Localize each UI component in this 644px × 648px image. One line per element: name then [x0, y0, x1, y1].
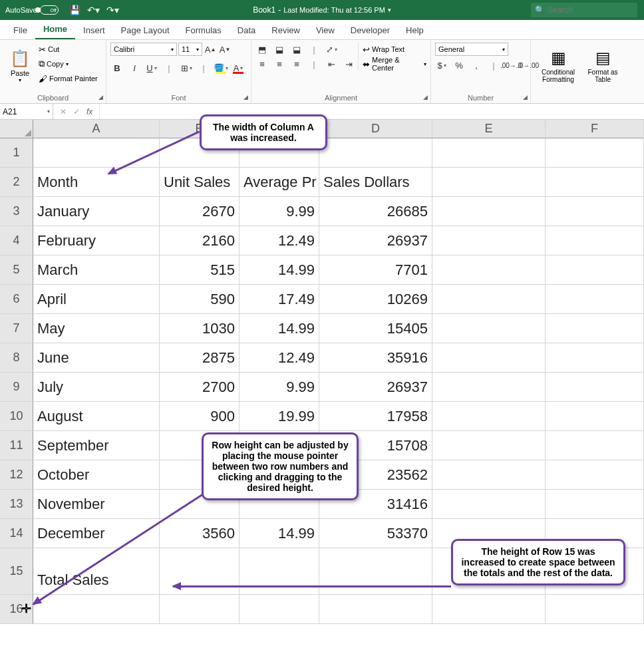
tab-data[interactable]: Data — [230, 21, 263, 39]
cut-button[interactable]: ✂Cut — [39, 43, 98, 56]
comma-format-button[interactable]: , — [470, 59, 483, 72]
font-dialog-launcher[interactable]: ◢ — [243, 94, 248, 100]
cell-B16[interactable] — [160, 595, 240, 624]
decrease-font-button[interactable]: A▼ — [218, 43, 232, 56]
copy-button[interactable]: ⧉Copy▾ — [39, 57, 98, 71]
cell-A4[interactable]: February — [33, 226, 160, 255]
tab-developer[interactable]: Developer — [343, 21, 398, 39]
cell-D6[interactable]: 10269 — [319, 285, 432, 314]
cell-B3[interactable]: 2670 — [160, 197, 240, 226]
orientation-button[interactable]: ⤢ — [325, 43, 338, 56]
cell-A11[interactable]: September — [33, 431, 160, 460]
fx-icon[interactable]: fx — [86, 107, 92, 116]
cell-E5[interactable] — [432, 255, 546, 285]
tab-page-layout[interactable]: Page Layout — [113, 21, 178, 39]
cell-C5[interactable]: 14.99 — [240, 255, 319, 285]
row-header-6[interactable]: 6 — [0, 285, 33, 314]
cell-D10[interactable]: 17958 — [319, 402, 432, 431]
column-header-A[interactable]: A — [33, 120, 160, 138]
cell-C6[interactable]: 17.49 — [240, 285, 319, 314]
cell-D7[interactable]: 15405 — [319, 314, 432, 343]
cell-D15[interactable] — [319, 548, 432, 595]
accounting-format-button[interactable]: $ — [435, 59, 448, 72]
row-header-12[interactable]: 12 — [0, 460, 33, 490]
align-bottom-button[interactable]: ⬓ — [290, 43, 303, 56]
font-size-combo[interactable]: 11▾ — [178, 43, 202, 56]
column-header-E[interactable]: E — [432, 120, 546, 138]
align-top-button[interactable]: ⬒ — [255, 43, 269, 56]
fill-color-button[interactable]: 🪣 — [214, 61, 228, 75]
row-header-11[interactable]: 11 — [0, 431, 33, 460]
cell-F3[interactable] — [546, 197, 644, 226]
cell-B8[interactable]: 2875 — [160, 343, 240, 373]
cell-F13[interactable] — [546, 490, 644, 519]
increase-font-button[interactable]: A▲ — [204, 43, 217, 56]
row-header-13[interactable]: 13 — [0, 490, 33, 519]
cell-D8[interactable]: 35916 — [319, 343, 432, 373]
cell-A3[interactable]: January — [33, 197, 160, 226]
cell-A6[interactable]: April — [33, 285, 160, 314]
tab-help[interactable]: Help — [398, 21, 432, 39]
cell-D3[interactable]: 26685 — [319, 197, 432, 226]
conditional-formatting-button[interactable]: ▦ Conditional Formatting — [535, 43, 581, 89]
cell-A13[interactable]: November — [33, 490, 160, 519]
cell-F10[interactable] — [546, 402, 644, 431]
cell-C9[interactable]: 9.99 — [240, 373, 319, 402]
save-icon[interactable]: 💾 — [69, 5, 80, 15]
cell-A2[interactable]: Month — [33, 168, 160, 197]
cell-D2[interactable]: Sales Dollars — [319, 168, 432, 197]
cell-B2[interactable]: Unit Sales — [160, 168, 240, 197]
format-as-table-button[interactable]: ▤ Format as Table — [584, 43, 621, 89]
cell-F16[interactable] — [546, 595, 644, 624]
cell-A10[interactable]: August — [33, 402, 160, 431]
row-header-1[interactable]: 1 — [0, 138, 33, 168]
cell-F8[interactable] — [546, 343, 644, 373]
borders-button[interactable]: ⊞ — [180, 61, 193, 75]
row-header-14[interactable]: 14 — [0, 519, 33, 548]
align-left-button[interactable]: ≡ — [255, 57, 269, 71]
cell-C10[interactable]: 19.99 — [240, 402, 319, 431]
cell-D4[interactable]: 26937 — [319, 226, 432, 255]
cell-C3[interactable]: 9.99 — [240, 197, 319, 226]
formula-input[interactable] — [104, 107, 640, 116]
cell-F4[interactable] — [546, 226, 644, 255]
cell-A7[interactable]: May — [33, 314, 160, 343]
cancel-formula-icon[interactable]: ✕ — [60, 107, 67, 116]
align-right-button[interactable]: ≡ — [290, 57, 303, 71]
tab-file[interactable]: File — [5, 21, 35, 39]
cell-B14[interactable]: 3560 — [160, 519, 240, 548]
cell-E4[interactable] — [432, 226, 546, 255]
cell-B6[interactable]: 590 — [160, 285, 240, 314]
percent-format-button[interactable]: % — [452, 59, 466, 72]
row-header-9[interactable]: 9 — [0, 373, 33, 402]
bold-button[interactable]: B — [110, 61, 124, 75]
clipboard-dialog-launcher[interactable]: ◢ — [98, 94, 103, 100]
cell-E9[interactable] — [432, 373, 546, 402]
wrap-text-button[interactable]: ↩Wrap Text — [363, 43, 426, 56]
cell-B7[interactable]: 1030 — [160, 314, 240, 343]
name-box-input[interactable] — [3, 107, 47, 116]
row-header-5[interactable]: 5 — [0, 255, 33, 285]
cell-F6[interactable] — [546, 285, 644, 314]
cell-B10[interactable]: 900 — [160, 402, 240, 431]
cell-C7[interactable]: 14.99 — [240, 314, 319, 343]
cell-B5[interactable]: 515 — [160, 255, 240, 285]
increase-indent-button[interactable]: ⇥ — [342, 57, 355, 71]
align-center-button[interactable]: ≡ — [273, 57, 286, 71]
cell-C8[interactable]: 12.49 — [240, 343, 319, 373]
enter-formula-icon[interactable]: ✓ — [73, 107, 80, 116]
cell-A1[interactable] — [33, 138, 160, 168]
paste-button[interactable]: 📋 Paste ▾ — [4, 43, 36, 89]
row-header-15[interactable]: 15 — [0, 548, 33, 595]
cell-F11[interactable] — [546, 431, 644, 460]
search-input[interactable] — [548, 5, 633, 15]
cell-F1[interactable] — [546, 138, 644, 168]
tab-view[interactable]: View — [308, 21, 343, 39]
cell-E7[interactable] — [432, 314, 546, 343]
cell-F12[interactable] — [546, 460, 644, 490]
cell-A8[interactable]: June — [33, 343, 160, 373]
cell-C15[interactable] — [240, 548, 319, 595]
cell-C2[interactable]: Average Pr — [240, 168, 319, 197]
format-painter-button[interactable]: 🖌Format Painter — [39, 72, 98, 85]
cell-D14[interactable]: 53370 — [319, 519, 432, 548]
